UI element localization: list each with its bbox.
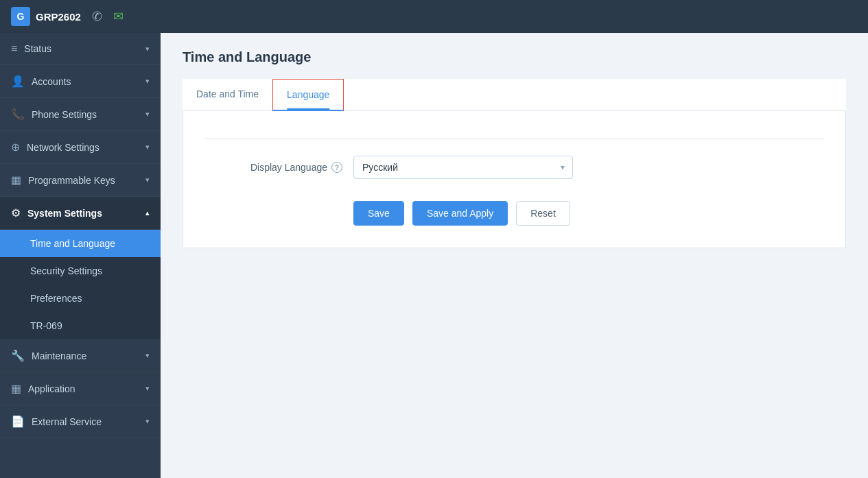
chevron-up-icon: ▴ bbox=[145, 208, 150, 217]
sidebar-item-label: Application bbox=[28, 383, 75, 394]
device-name: GRP2602 bbox=[36, 11, 81, 23]
network-icon: ⊕ bbox=[11, 141, 20, 154]
form-row-display-language: Display Language ? Русский English Deuts… bbox=[205, 156, 823, 179]
sidebar-item-external-service[interactable]: 📄 External Service ▾ bbox=[0, 405, 161, 438]
sidebar-item-maintenance[interactable]: 🔧 Maintenance ▾ bbox=[0, 339, 161, 372]
chevron-down-icon: ▾ bbox=[145, 143, 150, 152]
sidebar: ≡ Status ▾ 👤 Accounts ▾ 📞 Phone Settings… bbox=[0, 33, 161, 478]
sidebar-sub-item-security-settings[interactable]: Security Settings bbox=[0, 257, 161, 285]
chevron-down-icon: ▾ bbox=[145, 176, 150, 184]
display-language-select-wrapper: Русский English Deutsch Français Español… bbox=[353, 156, 573, 179]
sidebar-item-phone-settings[interactable]: 📞 Phone Settings ▾ bbox=[0, 98, 161, 131]
save-button[interactable]: Save bbox=[353, 201, 404, 226]
sidebar-item-status[interactable]: ≡ Status ▾ bbox=[0, 33, 161, 65]
sidebar-item-label: Programmable Keys bbox=[28, 175, 115, 186]
content-area: Time and Language Date and Time Language… bbox=[161, 33, 868, 478]
application-icon: ▦ bbox=[11, 382, 21, 395]
sidebar-sub-item-label: Security Settings bbox=[30, 265, 102, 276]
phone-icon[interactable]: ✆ bbox=[92, 9, 102, 24]
sidebar-sub-item-tr069[interactable]: TR-069 bbox=[0, 312, 161, 339]
mail-icon[interactable]: ✉ bbox=[113, 9, 124, 24]
sidebar-item-system-settings[interactable]: ⚙ System Settings ▴ bbox=[0, 197, 161, 230]
maintenance-icon: 🔧 bbox=[11, 349, 25, 362]
tab-language[interactable]: Language bbox=[272, 79, 344, 111]
programmable-keys-icon: ▦ bbox=[11, 174, 21, 187]
chevron-down-icon: ▾ bbox=[145, 45, 150, 53]
main-layout: ≡ Status ▾ 👤 Accounts ▾ 📞 Phone Settings… bbox=[0, 33, 868, 478]
tabs-container: Date and Time Language bbox=[183, 79, 846, 111]
sidebar-item-accounts[interactable]: 👤 Accounts ▾ bbox=[0, 65, 161, 98]
reset-button[interactable]: Reset bbox=[516, 201, 570, 226]
sidebar-item-application[interactable]: ▦ Application ▾ bbox=[0, 372, 161, 405]
tab-date-time-label: Date and Time bbox=[196, 88, 259, 99]
display-language-select[interactable]: Русский English Deutsch Français Español… bbox=[353, 156, 573, 179]
sidebar-item-label: System Settings bbox=[27, 208, 102, 219]
sidebar-item-programmable-keys[interactable]: ▦ Programmable Keys ▾ bbox=[0, 164, 161, 197]
sidebar-item-label: Status bbox=[24, 43, 51, 54]
help-icon[interactable]: ? bbox=[331, 162, 342, 173]
chevron-down-icon: ▾ bbox=[145, 384, 150, 393]
sidebar-sub-item-preferences[interactable]: Preferences bbox=[0, 285, 161, 312]
buttons-row: Save Save and Apply Reset bbox=[353, 201, 823, 226]
logo-icon: G bbox=[11, 7, 30, 26]
system-settings-icon: ⚙ bbox=[11, 206, 21, 219]
sidebar-item-label: Phone Settings bbox=[32, 109, 97, 120]
chevron-down-icon: ▾ bbox=[145, 417, 150, 426]
sidebar-item-label: Maintenance bbox=[32, 350, 86, 361]
sidebar-item-label: External Service bbox=[32, 416, 102, 427]
device-logo: G GRP2602 bbox=[11, 7, 81, 26]
sidebar-item-network-settings[interactable]: ⊕ Network Settings ▾ bbox=[0, 131, 161, 164]
tab-date-time[interactable]: Date and Time bbox=[183, 79, 272, 111]
phone-settings-icon: 📞 bbox=[11, 108, 25, 121]
chevron-down-icon: ▾ bbox=[145, 110, 150, 119]
chevron-down-icon: ▾ bbox=[145, 351, 150, 360]
sidebar-item-label: Accounts bbox=[32, 76, 71, 87]
sidebar-sub-item-label: TR-069 bbox=[30, 320, 62, 331]
accounts-icon: 👤 bbox=[11, 75, 25, 88]
page-title: Time and Language bbox=[183, 49, 846, 65]
sidebar-sub-item-label: Preferences bbox=[30, 293, 82, 304]
display-language-label: Display Language ? bbox=[205, 162, 342, 173]
divider bbox=[205, 139, 823, 139]
sidebar-sub-item-time-language[interactable]: Time and Language bbox=[0, 230, 161, 257]
content-card: Display Language ? Русский English Deuts… bbox=[183, 111, 846, 248]
save-apply-button[interactable]: Save and Apply bbox=[412, 201, 508, 226]
external-service-icon: 📄 bbox=[11, 415, 25, 428]
tab-active-underline bbox=[288, 108, 329, 110]
sidebar-sub-item-label: Time and Language bbox=[30, 238, 115, 249]
sidebar-item-label: Network Settings bbox=[27, 142, 99, 153]
chevron-down-icon: ▾ bbox=[145, 77, 150, 86]
topbar: G GRP2602 ✆ ✉ bbox=[0, 0, 868, 33]
tab-language-label: Language bbox=[287, 89, 329, 100]
status-icon: ≡ bbox=[11, 43, 17, 55]
